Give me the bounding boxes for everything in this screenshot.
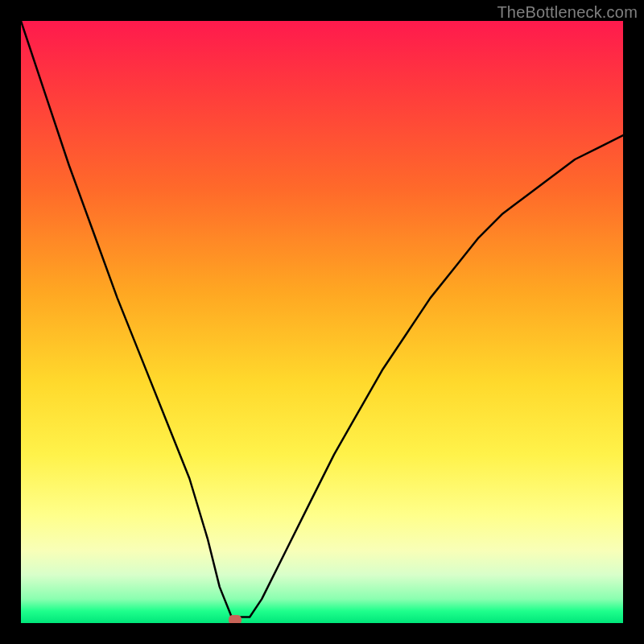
watermark-text: TheBottleneck.com [497,3,638,22]
chart-frame: TheBottleneck.com [0,0,644,644]
bottleneck-curve [21,21,623,623]
curve-path [21,21,623,617]
optimum-marker [229,615,242,623]
plot-area [21,21,623,623]
